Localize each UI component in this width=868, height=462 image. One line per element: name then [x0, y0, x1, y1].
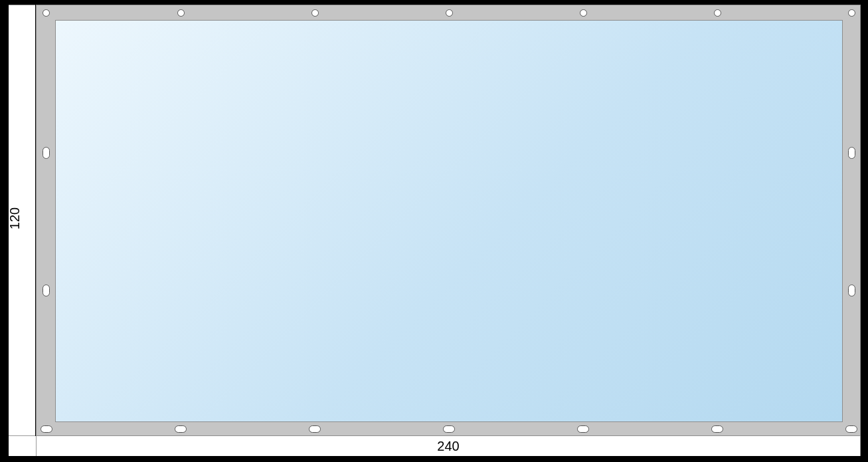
mount-slot-icon	[845, 425, 857, 433]
mount-hole-icon	[580, 9, 587, 17]
panel-frame	[36, 5, 861, 436]
mount-slot-icon	[309, 425, 321, 433]
dimension-width: 240	[36, 436, 861, 456]
mount-slot-icon	[848, 147, 855, 159]
mount-hole-icon	[446, 9, 453, 17]
dimension-height-value: 120	[8, 207, 23, 229]
diagram-stage: 120 240	[0, 0, 868, 462]
mount-slot-icon	[577, 425, 589, 433]
mount-slot-icon	[848, 285, 855, 296]
mount-hole-icon	[177, 9, 185, 17]
mount-slot-icon	[443, 425, 455, 433]
dimension-height: 120	[2, 0, 29, 436]
mount-slot-icon	[175, 425, 187, 433]
mount-slot-icon	[711, 425, 723, 433]
mount-hole-icon	[43, 9, 50, 17]
mount-hole-icon	[848, 9, 855, 17]
dimension-width-value: 240	[437, 439, 459, 454]
panel-glass	[55, 20, 843, 422]
mount-hole-icon	[311, 9, 319, 17]
mount-slot-icon	[41, 425, 52, 433]
mount-slot-icon	[43, 147, 50, 159]
mount-slot-icon	[43, 285, 50, 296]
mount-hole-icon	[714, 9, 721, 17]
